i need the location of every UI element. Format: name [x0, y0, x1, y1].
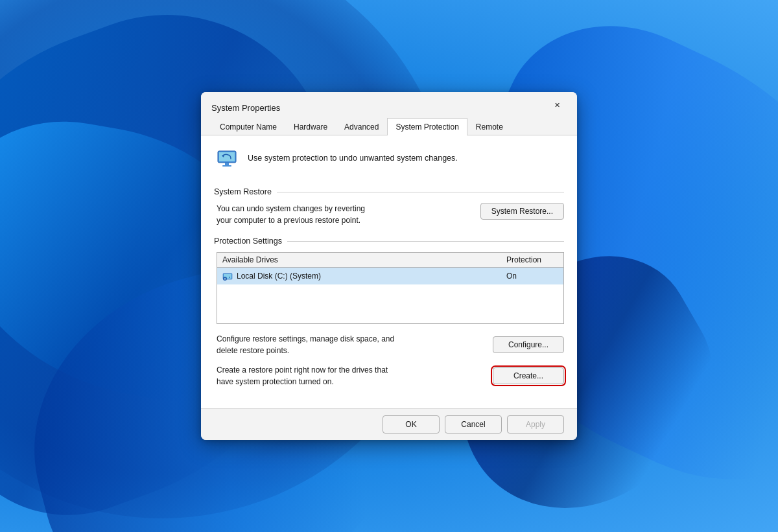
protection-settings-title: Protection Settings [214, 237, 282, 246]
tab-hardware[interactable]: Hardware [285, 118, 336, 135]
configure-row: Configure restore settings, manage disk … [217, 333, 564, 356]
create-description: Create a restore point right now for the… [217, 364, 485, 387]
tab-remote[interactable]: Remote [467, 118, 512, 135]
dialog-body: Use system protection to undo unwanted s… [201, 135, 577, 408]
drive-icon [222, 271, 233, 281]
protection-settings-divider [287, 241, 564, 242]
svg-rect-3 [222, 165, 231, 167]
dialog-footer: OK Cancel Apply [201, 408, 577, 440]
table-row[interactable]: Local Disk (C:) (System) On [217, 268, 563, 284]
tab-advanced[interactable]: Advanced [336, 118, 387, 135]
header-description: Use system protection to undo unwanted s… [248, 153, 458, 165]
header-area: Use system protection to undo unwanted s… [214, 146, 564, 177]
cancel-button[interactable]: Cancel [445, 415, 502, 434]
configure-button[interactable]: Configure... [493, 336, 564, 353]
system-restore-section: System Restore You can undo system chang… [214, 187, 564, 226]
system-restore-header: System Restore [214, 187, 564, 196]
configure-description: Configure restore settings, manage disk … [217, 333, 485, 356]
system-restore-button[interactable]: System Restore... [480, 203, 564, 220]
apply-button[interactable]: Apply [507, 415, 564, 434]
drive-protection-status: On [506, 272, 517, 281]
title-bar: System Properties ✕ [201, 92, 577, 115]
dialog-title: System Properties [211, 103, 280, 113]
system-restore-content: You can undo system changes by reverting… [217, 203, 564, 226]
drive-protection-cell: On [506, 271, 558, 281]
ok-button[interactable]: OK [383, 415, 440, 434]
system-restore-divider [277, 192, 564, 192]
drive-name-cell: Local Disk (C:) (System) [222, 271, 506, 281]
dialog-overlay: System Properties ✕ Computer Name Hardwa… [0, 0, 778, 532]
protection-settings-header: Protection Settings [214, 237, 564, 246]
col-available-drives: Available Drives [222, 255, 506, 264]
system-restore-title: System Restore [214, 187, 272, 196]
drives-table-empty-area [217, 284, 563, 323]
system-restore-description: You can undo system changes by reverting… [217, 203, 473, 226]
system-protection-icon [214, 146, 240, 172]
protection-settings-section: Protection Settings Available Drives Pro… [214, 237, 564, 387]
create-button[interactable]: Create... [493, 367, 564, 384]
drive-name: Local Disk (C:) (System) [237, 272, 321, 281]
create-row: Create a restore point right now for the… [217, 364, 564, 387]
tab-bar: Computer Name Hardware Advanced System P… [201, 118, 577, 135]
close-button[interactable]: ✕ [542, 95, 572, 115]
col-protection: Protection [506, 255, 558, 264]
svg-rect-10 [225, 279, 226, 280]
drives-table-header: Available Drives Protection [217, 253, 563, 268]
svg-rect-7 [229, 277, 230, 278]
tab-computer-name[interactable]: Computer Name [211, 118, 285, 135]
tab-system-protection[interactable]: System Protection [387, 118, 467, 135]
drives-table: Available Drives Protection [217, 252, 564, 324]
svg-rect-1 [219, 152, 235, 161]
system-properties-dialog: System Properties ✕ Computer Name Hardwa… [201, 92, 577, 440]
